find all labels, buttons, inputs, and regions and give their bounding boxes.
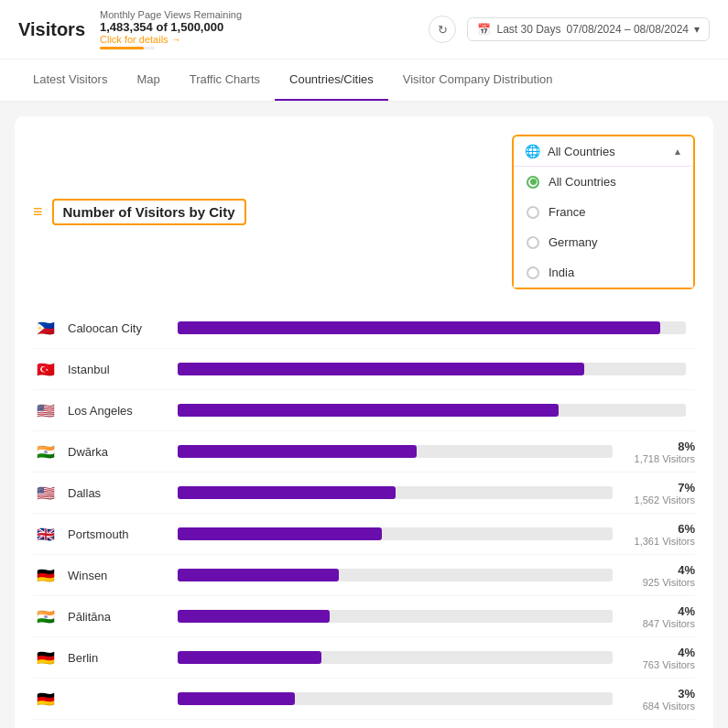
list-item: 🇹🇷Istanbul <box>33 349 695 390</box>
city-percent: 4% <box>622 563 695 577</box>
visitors-card: ≡ Number of Visitors by City 🌐 All Count… <box>15 116 713 728</box>
city-bar-container <box>178 527 613 540</box>
card-title: Number of Visitors by City <box>52 199 246 225</box>
page-views-label: Monthly Page Views Remaining <box>100 9 242 20</box>
city-percent: 4% <box>622 604 695 618</box>
app-title: Visitors <box>18 19 85 40</box>
city-flag: 🇬🇧 <box>33 521 59 547</box>
calendar-icon: 📅 <box>477 23 491 36</box>
city-visitors-count: 1,718 Visitors <box>622 453 695 464</box>
page-views-count: 1,483,354 of 1,500,000 <box>100 20 242 34</box>
city-flag: 🇮🇳 <box>33 439 59 464</box>
refresh-button[interactable]: ↻ <box>429 16 456 43</box>
card-title-icon: ≡ <box>33 202 43 222</box>
city-name: Caloocan City <box>68 321 178 335</box>
city-flag: 🇺🇸 <box>33 397 59 423</box>
radio-germany <box>527 236 539 249</box>
city-percent: 3% <box>622 687 695 701</box>
radio-inner-all <box>530 179 537 185</box>
country-filter-header[interactable]: 🌐 All Countries ▲ <box>514 136 693 166</box>
tab-latest-visitors[interactable]: Latest Visitors <box>18 60 122 101</box>
city-stats: 4%763 Visitors <box>622 646 695 670</box>
city-bar-container <box>178 486 613 499</box>
city-stats: 4%925 Visitors <box>622 563 695 588</box>
date-range-picker[interactable]: 📅 Last 30 Days 07/08/2024 – 08/08/2024 ▾ <box>467 17 710 41</box>
city-flag: 🇮🇳 <box>33 603 59 629</box>
list-item: 🇵🇭Caloocan City <box>33 308 695 349</box>
page-views-progress-bar <box>100 47 155 49</box>
page-views-progress-fill <box>100 47 144 49</box>
list-item: 🇺🇸Dallas7%1,562 Visitors <box>33 473 695 514</box>
country-option-germany-label: Germany <box>549 235 597 249</box>
tab-visitor-company[interactable]: Visitor Company Distribution <box>388 60 568 101</box>
main-content: ≡ Number of Visitors by City 🌐 All Count… <box>0 102 728 728</box>
city-percent: 6% <box>622 522 695 536</box>
city-bar-container <box>178 692 613 705</box>
city-stats: 4%847 Visitors <box>622 604 695 629</box>
city-bar-container <box>178 610 613 623</box>
city-bar-fill <box>178 569 339 581</box>
nav-tabs: Latest Visitors Map Traffic Charts Count… <box>0 60 728 102</box>
refresh-icon: ↻ <box>438 23 448 37</box>
city-bar-container <box>178 569 613 581</box>
country-filter-dropdown: All Countries France Germany <box>514 166 693 288</box>
tab-traffic-charts[interactable]: Traffic Charts <box>175 60 275 101</box>
city-bar-fill <box>178 692 295 705</box>
list-item: 🇩🇪3%684 Visitors <box>33 679 695 720</box>
city-flag: 🇹🇷 <box>33 356 59 382</box>
country-filter: 🌐 All Countries ▲ All Countries <box>512 135 695 289</box>
tab-map[interactable]: Map <box>122 60 174 101</box>
city-name: Berlin <box>68 651 178 665</box>
city-name: Los Angeles <box>68 404 178 418</box>
list-item: 🇩🇪Berlin4%763 Visitors <box>33 637 695 679</box>
city-percent: 4% <box>622 646 695 659</box>
country-filter-header-left: 🌐 All Countries <box>525 144 615 158</box>
app-header: Visitors Monthly Page Views Remaining 1,… <box>0 0 728 60</box>
city-bar-container <box>178 404 686 417</box>
city-flag: 🇩🇪 <box>33 562 59 588</box>
city-bar-fill <box>178 486 396 499</box>
city-bar-container <box>178 363 686 375</box>
city-bar-fill <box>178 610 330 623</box>
city-list: 🇵🇭Caloocan City🇹🇷Istanbul🇺🇸Los Angeles🇮🇳… <box>33 308 695 728</box>
city-bar-fill <box>178 321 660 334</box>
city-name: Dwārka <box>68 445 178 459</box>
chevron-up-icon: ▲ <box>673 147 682 157</box>
country-filter-label: All Countries <box>548 145 615 158</box>
city-name: Pālitāna <box>68 610 178 624</box>
city-flag: 🇩🇪 <box>33 645 59 670</box>
chevron-down-icon: ▾ <box>694 23 700 36</box>
city-visitors-count: 925 Visitors <box>622 577 695 588</box>
country-option-india[interactable]: India <box>514 257 693 288</box>
city-flag: 🇺🇸 <box>33 480 59 505</box>
city-visitors-count: 847 Visitors <box>622 618 695 629</box>
city-stats: 6%1,361 Visitors <box>622 522 695 547</box>
city-flag: 🇵🇭 <box>33 315 59 341</box>
list-item: 🇺🇸Ashburn3%547 Visitors <box>33 720 695 728</box>
tab-countries-cities[interactable]: Countries/Cities <box>275 60 388 101</box>
city-stats: 7%1,562 Visitors <box>622 481 695 505</box>
city-bar-fill <box>178 651 321 664</box>
header-right: ↻ 📅 Last 30 Days 07/08/2024 – 08/08/2024… <box>429 16 710 43</box>
city-stats: 8%1,718 Visitors <box>622 440 695 464</box>
list-item: 🇮🇳Dwārka8%1,718 Visitors <box>33 431 695 473</box>
list-item: 🇺🇸Los Angeles <box>33 390 695 431</box>
radio-india <box>527 266 539 279</box>
date-range-value: 07/08/2024 – 08/08/2024 <box>567 23 689 36</box>
click-details-link[interactable]: Click for details → <box>100 34 242 45</box>
city-bar-fill <box>178 527 382 540</box>
city-visitors-count: 1,361 Visitors <box>622 536 695 547</box>
header-left: Visitors Monthly Page Views Remaining 1,… <box>18 9 242 49</box>
country-option-all[interactable]: All Countries <box>514 167 693 197</box>
country-option-germany[interactable]: Germany <box>514 227 693 257</box>
list-item: 🇬🇧Portsmouth6%1,361 Visitors <box>33 514 695 555</box>
country-option-france[interactable]: France <box>514 197 693 227</box>
card-header: ≡ Number of Visitors by City 🌐 All Count… <box>33 135 695 289</box>
city-visitors-count: 1,562 Visitors <box>622 494 695 505</box>
city-percent: 8% <box>622 440 695 453</box>
country-option-all-label: All Countries <box>549 175 616 189</box>
date-range-label: Last 30 Days <box>496 23 560 36</box>
city-bar-fill <box>178 404 559 417</box>
page-views-info: Monthly Page Views Remaining 1,483,354 o… <box>100 9 242 49</box>
city-bar-fill <box>178 363 584 375</box>
